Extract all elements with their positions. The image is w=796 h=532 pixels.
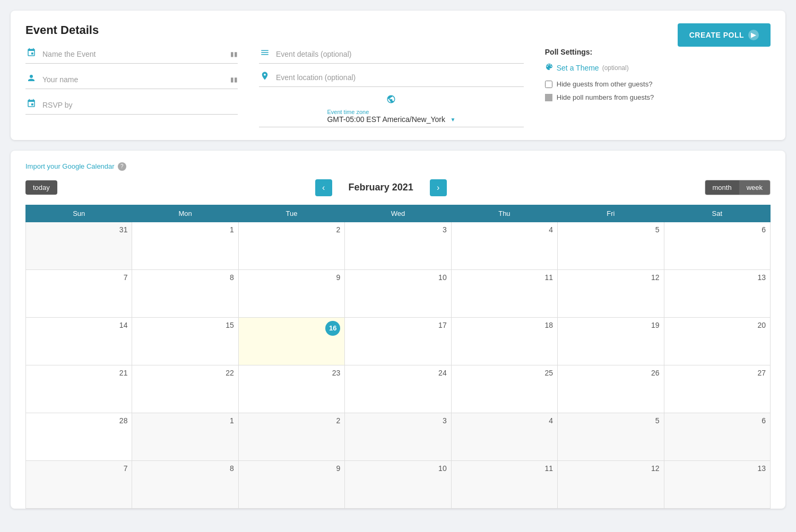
calendar-cell[interactable]: 7 [26, 269, 132, 317]
day-number: 27 [757, 369, 766, 377]
day-number: 17 [438, 321, 447, 329]
day-number: 8 [230, 464, 234, 473]
calendar-cell[interactable]: 28 [26, 413, 132, 460]
hide-poll-checkbox[interactable] [545, 94, 552, 101]
calendar-cell[interactable]: 13 [664, 269, 770, 317]
hide-guests-checkbox[interactable] [545, 81, 552, 88]
day-number: 31 [119, 225, 128, 234]
calendar-cell[interactable]: 7 [26, 460, 132, 508]
day-number: 12 [651, 464, 660, 473]
timezone-label: Event time zone [327, 109, 455, 115]
day-number: 10 [438, 464, 447, 473]
calendar-cell[interactable]: 3 [345, 413, 451, 460]
calendar-cell[interactable]: 26 [558, 365, 664, 413]
calendar-cell[interactable]: 1 [132, 222, 238, 269]
calendar-cell[interactable]: 2 [238, 222, 344, 269]
day-number: 4 [549, 225, 553, 234]
rsvp-input[interactable] [42, 101, 238, 109]
day-number: 4 [549, 416, 553, 425]
calendar-cell[interactable]: 16 [238, 317, 344, 365]
calendar-cell[interactable]: 27 [664, 365, 770, 413]
calendar-cell[interactable]: 15 [132, 317, 238, 365]
person-icon [25, 73, 37, 85]
event-name-input[interactable] [42, 50, 225, 58]
calendar-nav: today ‹ February 2021 › month week [25, 179, 771, 196]
timezone-select[interactable]: GMT-05:00 EST America/New_York [327, 115, 446, 124]
month-nav: ‹ February 2021 › [315, 179, 447, 196]
calendar-cell[interactable]: 31 [26, 222, 132, 269]
create-poll-button[interactable]: CREATE POLL ▶ [678, 23, 771, 47]
calendar-cell[interactable]: 9 [238, 460, 344, 508]
calendar-cell[interactable]: 11 [451, 460, 557, 508]
calendar-cell[interactable]: 6 [664, 413, 770, 460]
day-number: 1 [230, 225, 234, 234]
day-number: 18 [545, 321, 553, 329]
next-month-button[interactable]: › [430, 179, 447, 196]
calendar-cell[interactable]: 24 [345, 365, 451, 413]
calendar-cell[interactable]: 25 [451, 365, 557, 413]
arrow-right-icon: ▶ [748, 30, 759, 40]
event-details-input[interactable] [276, 50, 524, 58]
view-toggle: month week [705, 180, 771, 195]
set-theme-label[interactable]: Set a Theme [557, 64, 599, 72]
calendar-cell[interactable]: 23 [238, 365, 344, 413]
calendar-cell[interactable]: 13 [664, 460, 770, 508]
calendar-cell[interactable]: 2 [238, 413, 344, 460]
set-theme-link[interactable]: Set a Theme (optional) [545, 63, 662, 73]
month-view-button[interactable]: month [705, 180, 739, 195]
expand-icon-2[interactable]: ▮▮ [230, 76, 238, 83]
hide-guests-row: Hide guests from other guests? [545, 80, 662, 88]
day-number: 13 [757, 464, 766, 473]
calendar-cell[interactable]: 8 [132, 269, 238, 317]
day-number: 3 [443, 416, 447, 425]
month-title: February 2021 [339, 182, 423, 193]
expand-icon[interactable]: ▮▮ [230, 50, 238, 58]
calendar-cell[interactable]: 9 [238, 269, 344, 317]
calendar-cell[interactable]: 21 [26, 365, 132, 413]
day-number: 13 [757, 273, 766, 282]
day-number: 25 [545, 369, 553, 377]
day-number: 11 [545, 273, 553, 282]
calendar-cell[interactable]: 17 [345, 317, 451, 365]
calendar-day-header: Fri [558, 205, 664, 222]
chevron-down-icon: ▼ [450, 117, 455, 123]
your-name-input[interactable] [42, 75, 225, 84]
calendar-cell[interactable]: 3 [345, 222, 451, 269]
calendar-cell[interactable]: 19 [558, 317, 664, 365]
help-icon[interactable]: ? [118, 162, 126, 171]
calendar-cell[interactable]: 12 [558, 460, 664, 508]
calendar-day-header: Tue [238, 205, 344, 222]
calendar-cell[interactable]: 1 [132, 413, 238, 460]
calendar-cell[interactable]: 10 [345, 269, 451, 317]
day-number: 24 [438, 369, 447, 377]
calendar-cell[interactable]: 12 [558, 269, 664, 317]
hide-guests-label: Hide guests from other guests? [557, 80, 653, 88]
day-number: 23 [332, 369, 341, 377]
calendar-cell[interactable]: 5 [558, 222, 664, 269]
calendar-card: Import your Google Calendar ? today ‹ Fe… [11, 151, 785, 509]
calendar-cell[interactable]: 22 [132, 365, 238, 413]
calendar-cell[interactable]: 20 [664, 317, 770, 365]
calendar-cell[interactable]: 11 [451, 269, 557, 317]
event-location-input[interactable] [276, 73, 524, 82]
day-number: 21 [119, 369, 128, 377]
calendar-cell[interactable]: 6 [664, 222, 770, 269]
day-number: 26 [651, 369, 660, 377]
import-link[interactable]: Import your Google Calendar ? [25, 162, 126, 171]
calendar-cell[interactable]: 4 [451, 222, 557, 269]
card-title: Event Details [25, 23, 662, 37]
calendar-cell[interactable]: 10 [345, 460, 451, 508]
import-link-label[interactable]: Import your Google Calendar [25, 162, 115, 170]
your-name-field: ▮▮ [25, 73, 238, 89]
calendar-cell[interactable]: 5 [558, 413, 664, 460]
calendar-cell[interactable]: 4 [451, 413, 557, 460]
week-view-button[interactable]: week [739, 180, 770, 195]
day-number: 6 [762, 416, 766, 425]
today-button[interactable]: today [25, 180, 57, 195]
calendar-wrapper: SunMonTueWedThuFriSat 311234567891011121… [25, 205, 771, 509]
calendar-cell[interactable]: 18 [451, 317, 557, 365]
day-number: 14 [119, 321, 128, 329]
prev-month-button[interactable]: ‹ [315, 179, 332, 196]
calendar-cell[interactable]: 14 [26, 317, 132, 365]
calendar-cell[interactable]: 8 [132, 460, 238, 508]
